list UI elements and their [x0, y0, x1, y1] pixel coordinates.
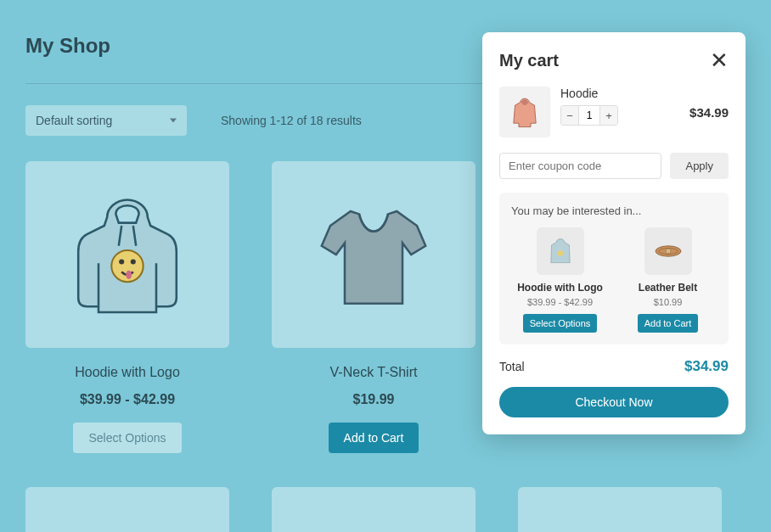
product-card: V-Neck T-Shirt $19.99 Add to Cart [272, 161, 476, 453]
upsell-panel: You may be interested in... Hoodie with … [499, 193, 729, 344]
qty-increase-button[interactable]: + [600, 106, 617, 125]
results-count-text: Showing 1-12 of 18 results [221, 114, 362, 127]
hoodie-icon [543, 234, 577, 268]
hoodie-icon [506, 93, 543, 131]
quantity-stepper: − + [560, 105, 618, 126]
product-price: $39.99 - $42.99 [80, 392, 175, 407]
apply-coupon-button[interactable]: Apply [670, 153, 729, 179]
product-thumbnail[interactable] [272, 161, 476, 348]
checkout-button[interactable]: Checkout Now [499, 387, 729, 417]
product-card [25, 487, 229, 532]
svg-point-2 [131, 259, 136, 264]
product-thumbnail[interactable] [272, 487, 476, 532]
tshirt-icon [301, 182, 446, 327]
upsell-thumbnail[interactable] [644, 227, 692, 275]
svg-point-6 [557, 250, 562, 255]
upsell-name: Hoodie with Logo [517, 282, 603, 294]
cart-item-name: Hoodie [560, 87, 679, 100]
cart-drawer: My cart ✕ Hoodie − + $34.99 Apply You ma… [482, 32, 746, 434]
upsell-name: Leather Belt [639, 282, 697, 294]
upsell-price: $10.99 [654, 297, 683, 307]
svg-point-3 [126, 271, 132, 279]
cart-item-price: $34.99 [689, 105, 729, 120]
svg-point-1 [119, 259, 124, 264]
coupon-input[interactable] [499, 153, 661, 179]
add-to-cart-button[interactable]: Add to Cart [638, 314, 699, 333]
sort-select[interactable]: Default sorting [25, 105, 187, 136]
total-label: Total [499, 360, 525, 373]
product-card [272, 487, 476, 532]
svg-rect-9 [666, 249, 670, 253]
product-thumbnail[interactable] [25, 161, 229, 348]
upsell-card: Hoodie with Logo $39.99 - $42.99 Select … [511, 227, 609, 333]
sort-select-label: Default sorting [36, 114, 112, 127]
product-thumbnail[interactable] [518, 487, 722, 532]
upsell-thumbnail[interactable] [537, 227, 584, 275]
cart-title: My cart [499, 51, 559, 70]
product-card [518, 487, 722, 532]
qty-input[interactable] [578, 106, 600, 125]
select-options-button[interactable]: Select Options [523, 314, 598, 333]
qty-decrease-button[interactable]: − [561, 106, 578, 125]
product-price: $19.99 [353, 392, 395, 407]
product-thumbnail[interactable] [25, 487, 229, 532]
belt-icon [650, 232, 687, 270]
select-options-button[interactable]: Select Options [73, 423, 181, 453]
cart-item-thumbnail [499, 87, 550, 137]
upsell-card: Leather Belt $10.99 Add to Cart [619, 227, 717, 333]
cart-item: Hoodie − + $34.99 [499, 87, 729, 137]
total-value: $34.99 [684, 358, 729, 375]
product-card: Hoodie with Logo $39.99 - $42.99 Select … [25, 161, 229, 453]
product-name: V-Neck T-Shirt [330, 365, 418, 380]
product-name: Hoodie with Logo [75, 365, 180, 380]
close-icon[interactable]: ✕ [710, 49, 729, 71]
upsell-title: You may be interested in... [511, 204, 717, 217]
add-to-cart-button[interactable]: Add to Cart [329, 423, 419, 453]
upsell-price: $39.99 - $42.99 [527, 297, 593, 307]
hoodie-icon [55, 182, 200, 327]
